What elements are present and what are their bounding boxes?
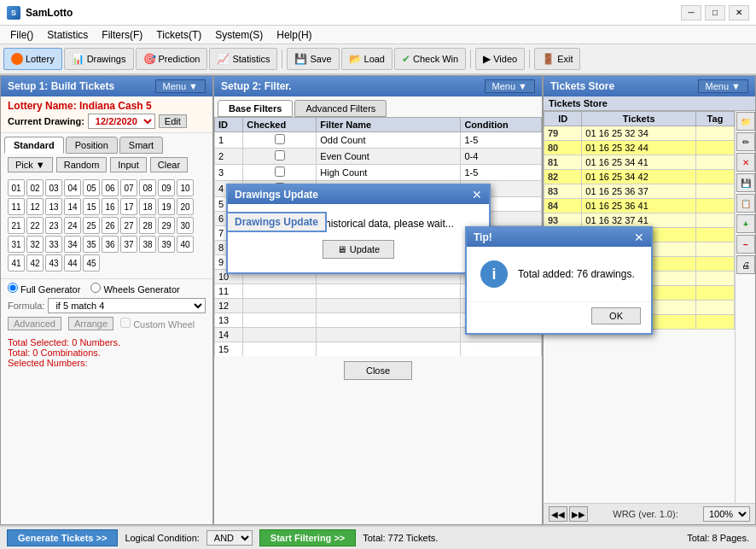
ticket-row[interactable]: 95 01 16 34 36 37 — [544, 242, 735, 257]
num-08[interactable]: 08 — [139, 179, 156, 196]
filter-checked[interactable] — [243, 226, 317, 241]
wheels-generator-label[interactable]: Wheels Generator — [90, 283, 179, 295]
btn-remove[interactable]: − — [736, 235, 755, 254]
full-generator-label[interactable]: Full Generator — [8, 283, 80, 295]
toolbar-video[interactable]: ▶ Video — [475, 48, 525, 70]
filter-checked[interactable] — [243, 181, 317, 197]
num-32[interactable]: 32 — [26, 236, 44, 253]
num-16[interactable]: 16 — [102, 198, 119, 215]
drawing-date-select[interactable]: 12/2/2020 — [88, 114, 155, 129]
num-19[interactable]: 19 — [158, 198, 175, 215]
num-09[interactable]: 09 — [158, 179, 175, 196]
left-panel-menu-btn[interactable]: Menu ▼ — [155, 79, 206, 93]
btn-delete[interactable]: ✕ — [736, 153, 755, 172]
menu-tickets[interactable]: Tickets(T) — [149, 27, 208, 43]
filter-checked[interactable] — [243, 328, 317, 342]
drawings-update-bg-close[interactable]: ✕ — [472, 188, 482, 201]
toolbar-exit[interactable]: 🚪 Exit — [534, 48, 580, 70]
filter-checked[interactable] — [243, 284, 317, 299]
formula-select[interactable]: if 5 match 4 — [48, 298, 206, 313]
input-button[interactable]: Input — [110, 157, 146, 172]
btn-copy[interactable]: 📋 — [736, 194, 755, 213]
custom-wheel-check[interactable] — [120, 318, 131, 328]
right-panel-menu-btn[interactable]: Menu ▼ — [698, 79, 748, 93]
toolbar-statistics[interactable]: 📈 Statistics — [209, 48, 277, 70]
num-01[interactable]: 01 — [8, 179, 25, 196]
num-30[interactable]: 30 — [177, 217, 194, 234]
num-38[interactable]: 38 — [139, 236, 156, 253]
num-17[interactable]: 17 — [120, 198, 137, 215]
middle-panel-menu-btn[interactable]: Menu ▼ — [485, 79, 535, 93]
filter-checked[interactable] — [243, 149, 317, 165]
nav-next-btn[interactable]: ▶▶ — [569, 506, 588, 522]
num-27[interactable]: 27 — [120, 217, 137, 234]
filter-checked[interactable] — [243, 241, 317, 255]
toolbar-lottery[interactable]: Lottery — [3, 48, 62, 70]
menu-system[interactable]: System(S) — [208, 27, 270, 43]
num-02[interactable]: 02 — [26, 179, 44, 196]
minimize-button[interactable]: ─ — [681, 5, 701, 20]
num-10[interactable]: 10 — [177, 179, 194, 196]
toolbar-prediction[interactable]: 🎯 Prediction — [136, 48, 208, 70]
pick-button[interactable]: Pick ▼ — [8, 157, 53, 172]
btn-edit[interactable]: ✏ — [736, 132, 755, 151]
filter-checked[interactable] — [243, 255, 317, 270]
filter-checked[interactable] — [243, 197, 317, 212]
update-button[interactable]: 🖥 Update — [323, 240, 394, 259]
ticket-row[interactable]: 80 01 16 25 32 44 — [544, 141, 735, 155]
filter-checked[interactable] — [243, 165, 317, 181]
num-04[interactable]: 04 — [64, 179, 81, 196]
filter-checked[interactable] — [243, 342, 317, 357]
tab-standard[interactable]: Standard — [4, 137, 64, 154]
start-filtering-btn[interactable]: Start Filtering >> — [259, 529, 356, 546]
tip-ok-button[interactable]: OK — [591, 307, 641, 324]
ticket-row[interactable]: 98 01 16 34 37 41 — [544, 286, 735, 301]
ticket-row[interactable]: 93 01 16 32 37 41 — [544, 213, 735, 228]
menu-statistics[interactable]: Statistics — [40, 27, 95, 43]
logical-condition-select[interactable]: AND OR — [206, 530, 253, 546]
num-41[interactable]: 41 — [8, 254, 25, 272]
num-07[interactable]: 07 — [120, 179, 137, 196]
generate-tickets-btn[interactable]: Generate Tickets >> — [7, 529, 118, 546]
num-37[interactable]: 37 — [120, 236, 137, 253]
ticket-row[interactable]: 81 01 16 25 34 41 — [544, 155, 735, 170]
filter-checked[interactable] — [243, 299, 317, 313]
num-40[interactable]: 40 — [177, 236, 194, 253]
num-12[interactable]: 12 — [26, 198, 44, 215]
ticket-row[interactable]: 97 01 16 34 37 41 — [544, 272, 735, 286]
num-43[interactable]: 43 — [45, 254, 62, 272]
random-button[interactable]: Random — [56, 157, 108, 172]
num-11[interactable]: 11 — [8, 198, 25, 215]
btn-open-file[interactable]: 📁 — [736, 112, 755, 131]
arrange-button[interactable]: Arrange — [68, 317, 113, 330]
btn-add[interactable]: + — [736, 214, 755, 233]
menu-help[interactable]: Help(H) — [270, 27, 318, 43]
btn-save[interactable]: 💾 — [736, 173, 755, 192]
num-21[interactable]: 21 — [8, 217, 25, 234]
num-03[interactable]: 03 — [45, 179, 62, 196]
num-22[interactable]: 22 — [26, 217, 44, 234]
close-button[interactable]: ✕ — [729, 5, 749, 20]
maximize-button[interactable]: □ — [705, 5, 725, 20]
edit-drawing-button[interactable]: Edit — [159, 114, 187, 128]
toolbar-load[interactable]: 📂 Load — [341, 48, 393, 70]
num-28[interactable]: 28 — [139, 217, 156, 234]
num-42[interactable]: 42 — [26, 254, 44, 272]
num-35[interactable]: 35 — [83, 236, 100, 253]
nav-prev-btn[interactable]: ◀◀ — [549, 506, 567, 522]
ticket-row[interactable]: 84 01 16 25 36 41 — [544, 199, 735, 213]
num-25[interactable]: 25 — [83, 217, 100, 234]
ticket-row[interactable]: 79 01 16 25 32 34 — [544, 126, 735, 141]
num-14[interactable]: 14 — [64, 198, 81, 215]
filter-checked[interactable] — [243, 270, 317, 284]
toolbar-checkwin[interactable]: ✔ Check Win — [394, 48, 466, 70]
ticket-row[interactable]: 83 01 16 25 36 37 — [544, 184, 735, 199]
zoom-select[interactable]: 100% — [703, 506, 750, 522]
num-06[interactable]: 06 — [102, 179, 119, 196]
num-26[interactable]: 26 — [102, 217, 119, 234]
tip-dialog-close[interactable]: ✕ — [634, 231, 644, 244]
num-44[interactable]: 44 — [64, 254, 81, 272]
num-20[interactable]: 20 — [177, 198, 194, 215]
num-29[interactable]: 29 — [158, 217, 175, 234]
toolbar-drawings[interactable]: 📊 Drawings — [64, 48, 134, 70]
